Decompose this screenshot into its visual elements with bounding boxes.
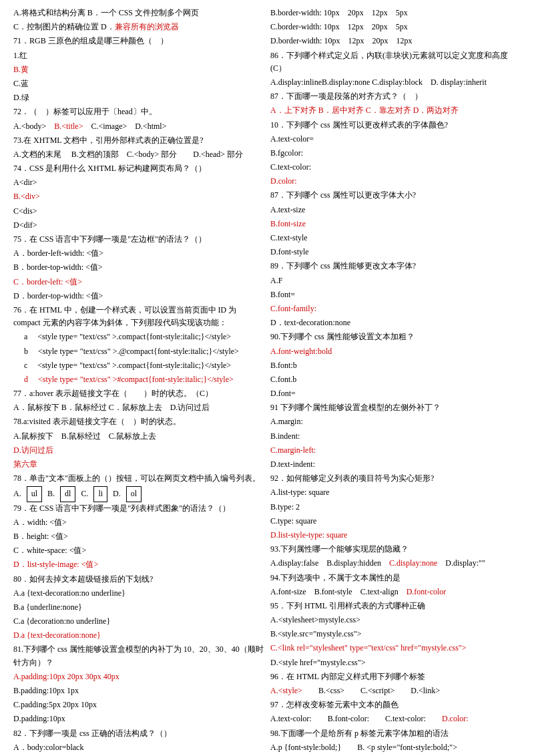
opt-b-dl: dl	[60, 486, 75, 502]
q91: 91 下列哪个属性能够设置盒模型的左侧外补丁？	[270, 401, 521, 414]
chapter6: 第六章	[13, 458, 264, 471]
q80-a: A.a {text-decoration:no underline}	[13, 587, 264, 600]
q87b: 87．下列哪个 css 属性可以更改字体大小?	[270, 189, 521, 202]
q90: 90.下列哪个 css 属性能够设置文本加粗？	[270, 331, 521, 343]
q76-d-answer: d <style type= "text/css" >#compact{font…	[24, 373, 264, 386]
q92-c: C.type: square	[270, 515, 521, 528]
q74-b-answer: B.<div>	[13, 190, 264, 203]
q82: 82．下列哪一项是 css 正确的语法构成？（）	[13, 727, 264, 740]
q76: 76．在 HTML 中，创建一个样式表，可以设置当前页面中 ID 为 compa…	[13, 304, 264, 329]
q79-d-answer: D．list-style-image: <值>	[13, 558, 264, 571]
q79-a: A．width: <值>	[13, 516, 264, 529]
q79-b: B．height: <值>	[13, 530, 264, 543]
q76-b: b <style type= "text/css" >.@compact{fon…	[24, 345, 264, 358]
q95-a: A.<stylesheet>mystyle.css>	[270, 614, 521, 626]
q73-options: A.文档的末尾 B.文档的顶部 C.<body> 部分 D.<head> 部分	[13, 148, 264, 161]
q71-b-answer: B.黄	[13, 63, 264, 76]
right-column: B.border-width: 10px 20px 12px 5px C.bor…	[270, 7, 521, 756]
opt-d-ol: ol	[126, 486, 142, 502]
q71: 71．RGB 三原色的组成是哪三种颜色（ ）	[13, 35, 264, 47]
q87b-d: D.font-style	[270, 246, 521, 258]
q75-b: B．border-top-width: <值>	[13, 261, 264, 274]
q86-options: A.display:inlineB.display:none C.display…	[270, 76, 521, 89]
q74-a: A<dir>	[13, 176, 264, 189]
opt-a-label: A.	[13, 488, 21, 500]
q98-ab: A.p {font-style:bold;} B. <p style="font…	[270, 741, 521, 754]
q92-a: A.list-type: square	[270, 486, 521, 499]
q79-c: C．white-space: <值>	[13, 544, 264, 557]
q81-b: B.padding:10px 1px	[13, 685, 264, 697]
q92-b: B.type: 2	[270, 501, 521, 514]
opt-a-ul: ul	[27, 486, 42, 502]
q81-d: D.padding:10px	[13, 713, 264, 725]
q81-c: C.padding:5px 20px 10px	[13, 699, 264, 711]
q76-a: a <style type= "text/css" >.compact{font…	[24, 331, 264, 343]
opt-b-label: B.	[47, 488, 55, 500]
opt-c-label: C.	[81, 488, 88, 500]
q97-options: A.text-color: B.font-color: C.text-color…	[270, 713, 521, 725]
q89-d: D．text-decoration:none	[270, 317, 521, 329]
q87b-c: C.text-style	[270, 232, 521, 244]
q89-b: B.font=	[270, 289, 521, 301]
q71-c: C.蓝	[13, 77, 264, 90]
q71-a: 1.红	[13, 49, 264, 62]
q72: 72．（ ）标签可以应用于〔head〕中。	[13, 106, 264, 118]
q10-d-answer: D.color:	[270, 175, 521, 188]
opt-d-label: D.	[113, 488, 121, 500]
r-c: C.border-width: 10px 12px 20px 5px	[270, 21, 521, 33]
q78-abc: A.鼠标按下 B.鼠标经过 C.鼠标放上去	[13, 430, 264, 443]
q80-c: C.a {decoration:no underline}	[13, 615, 264, 628]
q80: 80．如何去掉文本超级链接后的下划线?	[13, 573, 264, 586]
q81-a-answer: A.padding:10px 20px 30px 40px	[13, 671, 264, 683]
q71-d: D.绿	[13, 91, 264, 104]
q80-d-answer: D.a {text-decoration:none}	[13, 629, 264, 642]
r-d: D.border-width: 10px 12px 20px 12px	[270, 35, 521, 47]
r-b: B.border-width: 10px 20px 12px 5px	[270, 7, 521, 19]
q89-a: A.F	[270, 274, 521, 287]
q86: 86．下列哪个样式定义后，内联(非块状)元素就可以定义宽度和高度(C）	[270, 49, 521, 75]
q96: 96．在 HTML 内部定义样式用下列哪个标签	[270, 671, 521, 683]
q10-a: A.text-color=	[270, 133, 521, 146]
q72-options: A.<body> B.<title> C.<image> D.<html>	[13, 120, 264, 133]
q77-options: A．鼠标按下 B．鼠标经过 C．鼠标放上去 D.访问过后	[13, 401, 264, 414]
q73: 73.在 XHTML 文档中，引用外部样式表的正确位置是?	[13, 134, 264, 147]
q95: 95．下列 HTML 引用样式表的方式哪种正确	[270, 600, 521, 612]
q74-c: C<dis>	[13, 205, 264, 218]
q95-b: B.<style.src="mystyle.css">	[270, 628, 521, 640]
q95-c-answer: C.<link rel="stylesheet" type="text/css"…	[270, 642, 521, 654]
q87: 87．下面哪一项是段落的对齐方式？（ ）	[270, 90, 521, 103]
q75-c-answer: C．border-left: <值>	[13, 276, 264, 289]
q94-options: A.font-size B.font-style C.text-align D.…	[270, 586, 521, 598]
q96-options: A.<style> B.<css> C.<script> D.<link>	[270, 685, 521, 697]
q76-c: c <style type= "text/css" >.compact{font…	[24, 359, 264, 372]
q82-a: A．body:color=black	[13, 741, 264, 754]
answer-red: 兼容所有的浏览器	[115, 22, 179, 31]
q94: 94.下列选项中，不属于文本属性的是	[270, 572, 521, 584]
left-q-b: C．控制图片的精确位置 D．兼容所有的浏览器	[13, 21, 264, 33]
q92: 92．如何能够定义列表的项目符号为实心矩形?	[270, 472, 521, 485]
q78b: 78．单击"文本"面板上的（）按钮，可以在网页文档中插入编号列表。	[13, 472, 264, 485]
q80-b: B.a {underline:none}	[13, 601, 264, 614]
q90-b: B.font:b	[270, 359, 521, 372]
q89-c-answer: C.font-family:	[270, 303, 521, 315]
q95-d: D.<style href="mystyle.css">	[270, 656, 521, 669]
left-q-a: A.将格式和结构分离 B．一个 CSS 文件控制多个网页	[13, 7, 264, 19]
q10-c: C.text-color:	[270, 161, 521, 174]
q93: 93.下列属性哪一个能够实现层的隐藏？	[270, 543, 521, 556]
opt-c-li: li	[93, 486, 107, 502]
q98: 98.下面哪一个是给所有 p 标签元素字体加粗的语法	[270, 727, 521, 740]
q75-a: A．border-left-width: <值>	[13, 247, 264, 260]
q91-c-answer: C.margin-left:	[270, 444, 521, 457]
q78-intro: 78.a:visited 表示超链接文字在（ ）时的状态。	[13, 415, 264, 428]
q92-d-answer: D.list-style-type: square	[270, 529, 521, 542]
q90-a-answer: A.font-weight:bold	[270, 345, 521, 358]
q77: 77．a:hover 表示超链接文字在（ ）时的状态。（C）	[13, 387, 264, 400]
q90-d: D.font=	[270, 387, 521, 400]
q74: 74．CSS 是利用什么 XHTML 标记构建网页布局？（）	[13, 162, 264, 175]
q91-d: D.text-indent:	[270, 458, 521, 471]
q79: 79．在 CSS 语言中下列哪一项是"列表样式图象"的语法？（）	[13, 502, 264, 515]
q87-answer: A．上下对齐 B．居中对齐 C．靠左对齐 D．两边对齐	[270, 104, 521, 117]
q74-d: D<dif>	[13, 219, 264, 232]
q87b-a: A.text-size	[270, 204, 521, 216]
q78-box-options: A.ul B.dl C.li D.ol	[13, 486, 264, 502]
